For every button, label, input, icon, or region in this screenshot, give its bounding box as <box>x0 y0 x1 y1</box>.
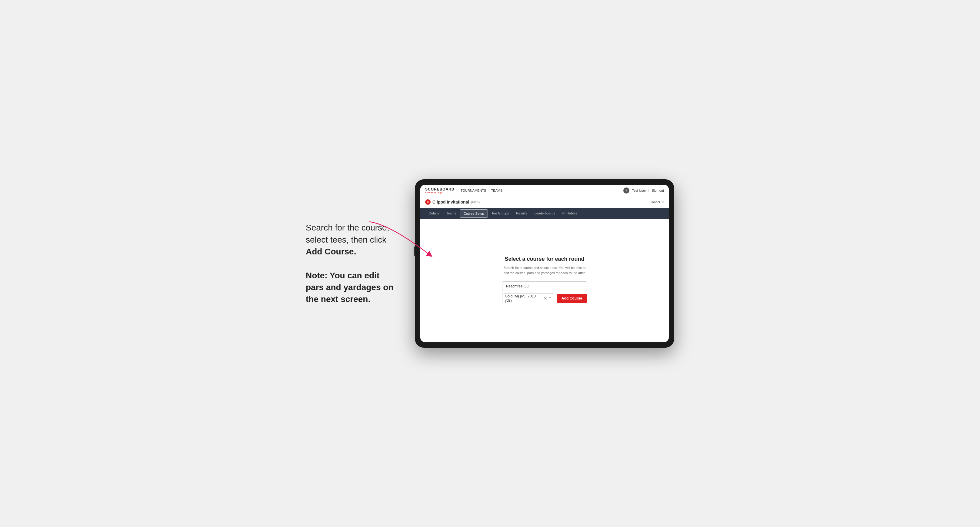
tab-nav: Details Teams Course Setup Tee Groups Re… <box>420 208 669 219</box>
tournament-name: Clippd Invitational <box>433 200 469 205</box>
annotation-bold: Add Course. <box>306 247 356 256</box>
user-avatar: T <box>623 187 629 194</box>
main-content: Select a course for each round Search fo… <box>420 219 669 340</box>
tab-tee-groups[interactable]: Tee Groups <box>488 208 512 219</box>
tab-course-setup[interactable]: Course Setup <box>460 209 488 218</box>
tab-details[interactable]: Details <box>425 208 443 219</box>
tee-select-row: Gold (M) (M) (7010 yds) ✕ ⌃ Add Course <box>502 294 587 303</box>
nav-tournaments[interactable]: TOURNAMENTS <box>461 187 486 194</box>
tab-leaderboards[interactable]: Leaderboards <box>531 208 559 219</box>
course-search-input[interactable] <box>502 281 587 291</box>
annotation-left: Search for the course, select tees, then… <box>306 222 397 305</box>
arrow-wrapper: SCOREBOARD Powered by clippd TOURNAMENTS… <box>415 179 674 348</box>
tournament-title: C Clippd Invitational (Men) <box>425 199 480 205</box>
sign-out-link[interactable]: Sign out <box>652 189 664 192</box>
tab-teams[interactable]: Teams <box>443 208 460 219</box>
top-nav: SCOREBOARD Powered by clippd TOURNAMENTS… <box>420 185 669 196</box>
course-setup-section: Select a course for each round Search fo… <box>420 244 669 315</box>
tablet-screen: SCOREBOARD Powered by clippd TOURNAMENTS… <box>420 185 669 342</box>
user-name: Test User <box>632 189 646 192</box>
annotation-note-text: Note: You can edit pars and yardages on … <box>306 271 393 304</box>
logo-area: SCOREBOARD Powered by clippd <box>425 187 455 194</box>
logo-sub: Powered by clippd <box>425 191 455 194</box>
annotation-text: Search for the course, select tees, then… <box>306 222 397 257</box>
clippd-icon: C <box>425 199 431 205</box>
add-course-button[interactable]: Add Course <box>557 294 587 303</box>
tablet-frame: SCOREBOARD Powered by clippd TOURNAMENTS… <box>415 179 674 348</box>
tee-dropdown-icon[interactable]: ⌃ <box>549 296 552 300</box>
logo: SCOREBOARD Powered by clippd <box>425 187 455 194</box>
nav-teams[interactable]: TEAMS <box>491 187 503 194</box>
tee-select-wrapper[interactable]: Gold (M) (M) (7010 yds) ✕ ⌃ <box>502 294 554 303</box>
nav-right: T Test User | Sign out <box>623 187 664 194</box>
tee-select-value: Gold (M) (M) (7010 yds) <box>505 294 542 303</box>
tablet-side-button <box>414 246 415 256</box>
logo-text: SCOREBOARD <box>425 187 455 191</box>
nav-links: TOURNAMENTS TEAMS <box>461 187 624 194</box>
cancel-label: Cancel <box>650 200 660 204</box>
tab-printables[interactable]: Printables <box>559 208 581 219</box>
tournament-header: C Clippd Invitational (Men) Cancel ✕ <box>420 196 669 208</box>
annotation-note: Note: You can edit pars and yardages on … <box>306 270 397 305</box>
nav-separator: | <box>649 189 649 192</box>
tournament-badge: (Men) <box>471 200 480 204</box>
section-description: Search for a course and select a tee. Yo… <box>502 265 587 275</box>
tab-results[interactable]: Results <box>512 208 531 219</box>
cancel-icon: ✕ <box>661 200 664 204</box>
section-title: Select a course for each round <box>504 256 584 262</box>
page-wrapper: Search for the course, select tees, then… <box>0 167 980 360</box>
cancel-button[interactable]: Cancel ✕ <box>650 200 664 204</box>
tee-clear-button[interactable]: ✕ <box>542 296 549 301</box>
